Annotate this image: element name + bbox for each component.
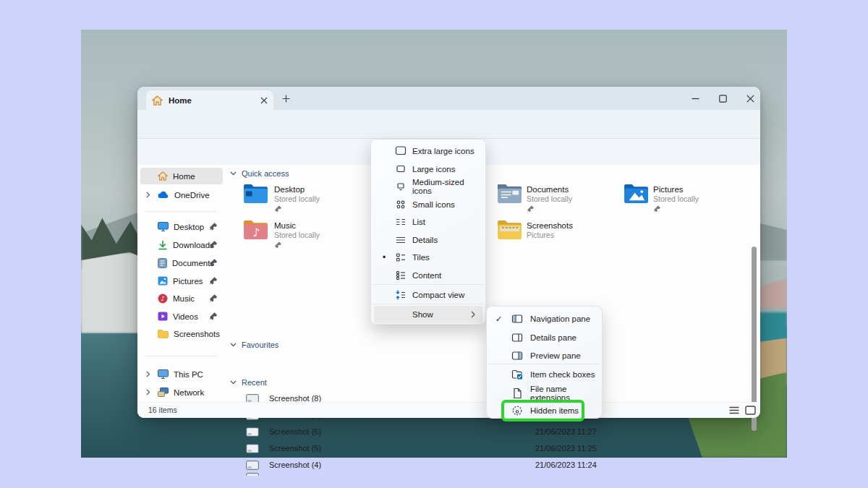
hidden-items-icon xyxy=(511,405,523,416)
section-favourites[interactable]: Favourites xyxy=(230,341,278,349)
pin-icon xyxy=(527,205,534,213)
sidebar-item-documents[interactable]: Documents xyxy=(140,254,223,271)
compact-view-icon xyxy=(395,289,407,301)
screenshots-folder-icon xyxy=(497,219,524,241)
pin-icon xyxy=(653,205,660,213)
pin-icon xyxy=(274,205,281,213)
music-icon: ♪ xyxy=(158,294,168,304)
sidebar-item-home[interactable]: Home xyxy=(140,168,223,184)
recent-file-row[interactable]: Screenshot (4) 21/06/2023 11:24 xyxy=(246,457,738,473)
documents-icon xyxy=(158,258,167,268)
menu-item-compact-view[interactable]: Compact view xyxy=(374,286,482,304)
content-icon xyxy=(395,270,407,281)
videos-icon xyxy=(158,312,168,321)
menu-item-small-icons[interactable]: Small icons xyxy=(374,196,482,213)
documents-folder-icon xyxy=(497,183,524,205)
menu-separator xyxy=(373,304,484,304)
submenu-chevron-icon xyxy=(471,311,475,318)
pin-icon xyxy=(209,259,217,267)
tiles-icon xyxy=(395,252,407,263)
this-pc-icon xyxy=(158,369,169,379)
menu-item-tiles[interactable]: • Tiles xyxy=(374,249,482,266)
submenu-item-file-name-extensions[interactable]: File name extensions xyxy=(490,385,599,402)
collapse-chevron-icon xyxy=(230,171,237,176)
sidebar-item-desktop[interactable]: Desktop xyxy=(140,218,223,235)
command-bar: New Sort View Filter xyxy=(137,110,760,139)
sidebar-divider xyxy=(145,211,217,212)
menu-item-list[interactable]: List xyxy=(374,213,482,231)
pin-icon xyxy=(209,223,217,231)
submenu-item-details-pane[interactable]: Details pane xyxy=(490,329,599,346)
submenu-item-navigation-pane[interactable]: ✓ Navigation pane xyxy=(490,310,599,328)
tab-title: Home xyxy=(169,96,260,105)
details-icon xyxy=(395,234,407,246)
sidebar-item-downloads[interactable]: Downloads xyxy=(140,236,223,253)
large-icons-icon xyxy=(395,163,407,175)
expand-chevron-icon[interactable] xyxy=(145,371,152,377)
minimize-button[interactable] xyxy=(684,91,706,106)
sidebar-item-network[interactable]: Network xyxy=(140,384,223,401)
thumbnail-view-toggle-icon[interactable] xyxy=(745,406,756,415)
expand-chevron-icon[interactable] xyxy=(145,389,152,395)
downloads-icon xyxy=(158,240,168,250)
pin-icon xyxy=(209,312,217,320)
screenshot-file-icon xyxy=(246,427,259,437)
pictures-icon xyxy=(158,276,168,286)
checkmark-icon: ✓ xyxy=(495,314,502,324)
tile-documents[interactable]: Documents Stored locally xyxy=(497,183,613,213)
folder-icon xyxy=(158,330,169,338)
details-pane-icon xyxy=(511,332,523,343)
onedrive-cloud-icon xyxy=(158,191,169,199)
pin-icon xyxy=(209,277,217,285)
menu-item-details[interactable]: Details xyxy=(374,231,482,249)
menu-item-show[interactable]: Show xyxy=(374,306,482,323)
sidebar-item-pictures[interactable]: Pictures xyxy=(140,273,223,289)
tile-pictures[interactable]: Pictures Stored locally xyxy=(624,183,739,213)
desktop-icon xyxy=(158,222,169,231)
sidebar-item-screenshots[interactable]: Screenshots xyxy=(140,325,223,342)
maximize-button[interactable] xyxy=(712,91,733,106)
home-icon xyxy=(158,171,168,181)
home-tab-icon xyxy=(152,95,163,106)
network-icon xyxy=(158,388,169,397)
tab-close-icon[interactable] xyxy=(260,97,268,104)
svg-text:♪: ♪ xyxy=(161,295,165,302)
sidebar-item-music[interactable]: ♪ Music xyxy=(140,290,223,307)
menu-separator xyxy=(488,364,600,364)
status-bar: 16 items xyxy=(137,402,760,418)
submenu-item-hidden-items[interactable]: Hidden items xyxy=(490,402,599,419)
menu-item-large-icons[interactable]: Large icons xyxy=(374,160,482,178)
screenshot-file-icon xyxy=(246,444,259,453)
show-submenu: ✓ Navigation pane Details pane Preview p… xyxy=(486,306,603,419)
small-icons-icon xyxy=(395,199,407,210)
collapse-chevron-icon xyxy=(230,343,237,347)
recent-file-partial xyxy=(246,473,259,476)
menu-separator xyxy=(373,284,484,285)
menu-item-extra-large-icons[interactable]: Extra large icons xyxy=(374,142,482,160)
sidebar-divider xyxy=(145,356,217,356)
section-quick-access[interactable]: Quick access xyxy=(230,169,289,178)
recent-file-row[interactable]: Screenshot (6) 21/06/2023 11:27 xyxy=(246,424,738,440)
details-view-toggle-icon[interactable] xyxy=(729,406,739,414)
pin-icon xyxy=(274,241,281,249)
section-recent[interactable]: Recent xyxy=(230,378,267,387)
collapse-chevron-icon xyxy=(230,380,237,385)
submenu-item-preview-pane[interactable]: Preview pane xyxy=(490,347,599,364)
tab-home[interactable]: Home xyxy=(146,90,273,110)
titlebar[interactable]: Home xyxy=(137,87,760,110)
svg-text:♪: ♪ xyxy=(253,226,260,239)
screenshot-file-icon xyxy=(246,461,259,470)
menu-item-medium-sized-icons[interactable]: Medium-sized icons xyxy=(374,178,482,195)
sidebar-item-videos[interactable]: Videos xyxy=(140,308,223,325)
recent-file-row[interactable]: Screenshot (5) 21/06/2023 11:25 xyxy=(246,440,738,456)
tile-screenshots[interactable]: Screenshots Pictures xyxy=(497,219,613,249)
menu-item-content[interactable]: Content xyxy=(374,267,482,284)
close-button[interactable] xyxy=(739,91,761,106)
expand-chevron-icon[interactable] xyxy=(145,192,152,198)
preview-pane-icon xyxy=(511,350,523,361)
list-icon xyxy=(395,216,407,228)
new-tab-icon[interactable] xyxy=(282,95,290,103)
submenu-item-item-check-boxes[interactable]: Item check boxes xyxy=(490,366,599,383)
sidebar-item-onedrive[interactable]: OneDrive xyxy=(140,187,223,203)
sidebar-item-this-pc[interactable]: This PC xyxy=(140,366,223,382)
